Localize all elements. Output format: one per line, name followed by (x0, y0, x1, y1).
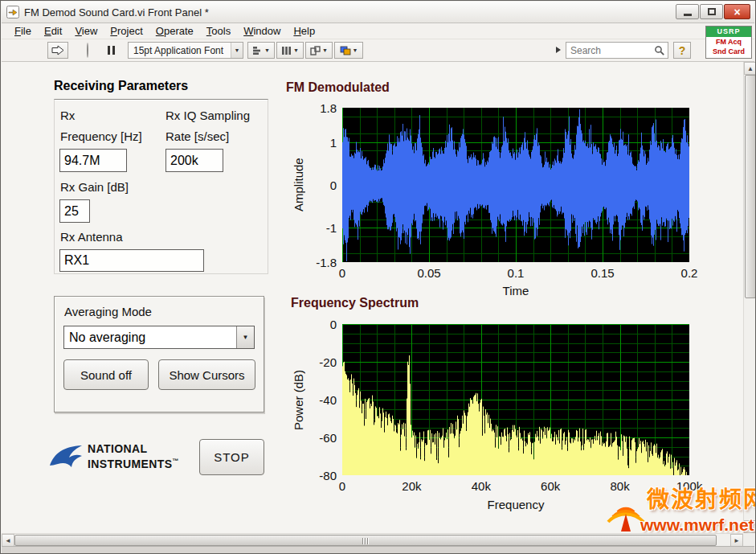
menu-window[interactable]: Window (237, 23, 287, 39)
ni-logo-text: NATIONAL INSTRUMENTS™ (88, 443, 179, 470)
rx-antenna-label: Rx Antenna (60, 227, 123, 248)
spectrum-plot[interactable] (342, 324, 689, 475)
show-cursors-button[interactable]: Show Cursors (158, 359, 255, 390)
receiving-parameters-title: Receiving Parameters (54, 79, 188, 93)
maximize-button[interactable] (700, 4, 723, 19)
title-bar[interactable]: FM Demod Sound Card.vi Front Panel * × (2, 2, 754, 23)
align-objects-button[interactable]: ▼ (247, 42, 275, 59)
menu-file[interactable]: File (8, 23, 38, 39)
ni-logo-line1: NATIONAL (88, 443, 179, 455)
menu-bar: File Edit View Project Operate Tools Win… (2, 23, 754, 39)
ytick-label: 0 (330, 318, 337, 331)
menu-edit[interactable]: Edit (38, 23, 68, 39)
scroll-grip (362, 538, 369, 544)
trademark-symbol: ™ (173, 458, 179, 465)
menu-project[interactable]: Project (104, 23, 149, 39)
averaging-mode-value: No averaging (64, 330, 236, 345)
averaging-mode-dropdown[interactable]: No averaging ▼ (63, 326, 255, 349)
font-selector[interactable]: 15pt Application Font ▼ (128, 42, 243, 59)
scroll-up-icon[interactable]: ▲ (744, 62, 756, 75)
fm-y-axis-label: Amplitude (290, 108, 306, 262)
horizontal-scroll-thumb[interactable] (14, 535, 717, 546)
help-button[interactable]: ? (673, 42, 691, 59)
abort-icon (87, 43, 88, 58)
xtick-label: 40k (472, 479, 491, 493)
fm-demodulated-graph: FM Demodulated Amplitude Time 1.810-1-1.… (284, 78, 693, 300)
window-bottom-edge (2, 546, 754, 554)
ytick-label: 0 (330, 179, 337, 192)
menu-help[interactable]: Help (287, 23, 321, 39)
stop-button[interactable]: STOP (199, 439, 264, 475)
vi-icon[interactable]: USRP FM Acq Snd Card (705, 26, 752, 59)
fm-chart-title: FM Demodulated (286, 80, 390, 95)
xtick-label: 0 (339, 266, 345, 280)
xtick-label: 80k (611, 479, 630, 493)
rx-gain-input[interactable] (59, 199, 90, 223)
rx-antenna-input[interactable] (59, 249, 204, 272)
search-input[interactable] (570, 45, 654, 56)
scroll-left-icon[interactable]: ◄ (2, 534, 14, 547)
xtick-label: 20k (402, 479, 421, 493)
fm-waveform-plot[interactable] (342, 108, 689, 262)
chevron-down-icon: ▼ (353, 47, 358, 53)
menu-operate[interactable]: Operate (149, 23, 200, 39)
menu-tools[interactable]: Tools (200, 23, 237, 39)
front-panel: Receiving Parameters Rx Frequency [Hz] R… (2, 62, 743, 533)
rx-gain-label: Rx Gain [dB] (60, 177, 129, 198)
xtick-label: 0.2 (681, 266, 698, 280)
help-icon: ? (679, 44, 686, 57)
vi-icon-line1: FM Acq (706, 37, 751, 47)
xtick-label: 0.1 (508, 266, 525, 280)
distribute-objects-button[interactable]: ▼ (276, 42, 304, 59)
minimize-button[interactable] (676, 4, 699, 19)
ni-eagle-icon (47, 441, 84, 472)
chevron-down-icon: ▼ (322, 47, 328, 53)
spectrum-y-axis-label: Power (dB) (290, 324, 306, 475)
chevron-down-icon[interactable]: ▼ (236, 326, 254, 348)
ytick-label: -60 (319, 431, 337, 445)
maximize-icon (708, 8, 716, 15)
rx-iq-sampling-input[interactable] (166, 149, 223, 172)
search-expand-icon[interactable] (556, 47, 561, 53)
ytick-label: 1.8 (320, 101, 337, 115)
window-controls: × (676, 4, 750, 19)
close-button[interactable]: × (724, 4, 750, 19)
menu-view[interactable]: View (68, 23, 104, 39)
search-box[interactable] (566, 42, 668, 59)
xtick-label: 0 (339, 479, 345, 493)
abort-button[interactable] (87, 43, 101, 58)
scroll-down-icon[interactable]: ▼ (744, 520, 756, 533)
scroll-right-icon[interactable]: ► (730, 534, 743, 547)
reorder-icon (340, 46, 351, 55)
sound-off-button[interactable]: Sound off (63, 359, 149, 390)
pause-button[interactable] (104, 43, 117, 57)
run-button[interactable] (47, 42, 68, 59)
frequency-spectrum-graph: Frequency Spectrum Power (dB) Frequency … (284, 293, 693, 519)
toolbar: 15pt Application Font ▼ ▼ ▼ ▼ ▼ ? (2, 39, 754, 62)
chevron-down-icon[interactable]: ▼ (231, 43, 243, 58)
ytick-label: -80 (319, 469, 337, 482)
ytick-label: -1.8 (316, 256, 337, 269)
xtick-label: 0.05 (417, 266, 440, 280)
resize-objects-button[interactable]: ▼ (305, 42, 333, 59)
ytick-label: 1 (330, 135, 337, 149)
ytick-label: -40 (319, 393, 337, 407)
chevron-down-icon: ▼ (293, 47, 299, 53)
reorder-button[interactable]: ▼ (334, 42, 363, 59)
ytick-label: -1 (326, 221, 337, 235)
horizontal-scrollbar[interactable]: ◄ ► (2, 533, 743, 546)
ni-logo: NATIONAL INSTRUMENTS™ (47, 437, 196, 476)
xtick-label: 0.15 (590, 266, 614, 280)
run-arrow-icon (51, 45, 64, 55)
search-icon[interactable] (654, 45, 665, 56)
vi-icon-line2: Snd Card (706, 47, 751, 56)
resize-objects-icon (310, 46, 321, 55)
minimize-icon (684, 14, 692, 16)
vertical-scrollbar[interactable]: ▲ ▼ (743, 62, 756, 533)
pause-icon (108, 46, 110, 55)
labview-window: FM Demod Sound Card.vi Front Panel * × F… (0, 0, 756, 554)
align-objects-icon (252, 46, 263, 55)
rx-frequency-input[interactable] (59, 149, 127, 172)
vertical-scroll-thumb[interactable] (745, 75, 756, 298)
rx-iq-sampling-label: Rx IQ Sampling Rate [s/sec] (166, 105, 250, 147)
